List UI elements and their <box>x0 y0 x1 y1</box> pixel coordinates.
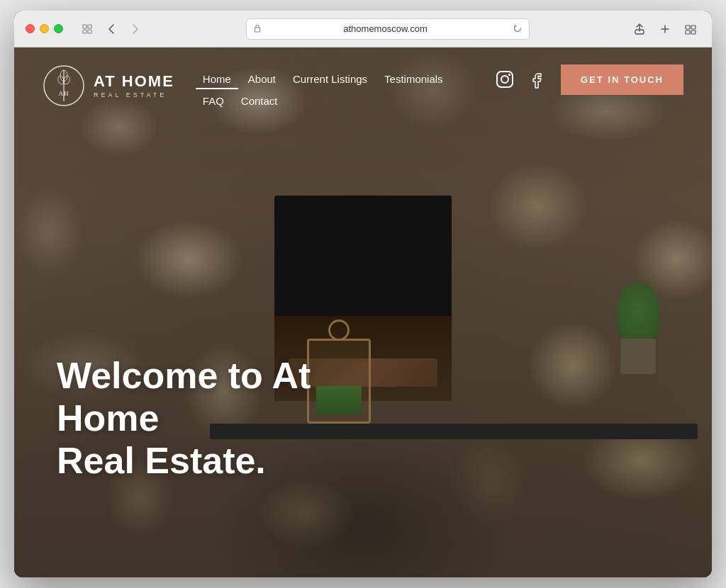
logo-circle: AH <box>43 64 85 107</box>
social-links <box>496 64 544 93</box>
hero-line-1: Welcome to At Home <box>57 355 311 439</box>
svg-rect-16 <box>497 72 513 87</box>
browser-navigation <box>77 19 145 39</box>
svg-rect-1 <box>88 25 91 28</box>
website-content: AH AT HOME REAL ESTATE Home About Curren… <box>14 47 712 577</box>
tab-overview-button[interactable] <box>681 19 700 39</box>
share-button[interactable] <box>630 19 649 39</box>
svg-rect-3 <box>88 30 91 33</box>
svg-rect-6 <box>686 26 690 29</box>
minimize-button[interactable] <box>40 24 49 33</box>
facebook-link[interactable] <box>528 70 544 93</box>
svg-rect-2 <box>83 30 86 33</box>
nav-faq[interactable]: FAQ <box>196 92 231 110</box>
hero-content: Welcome to At Home Real Estate. <box>57 355 354 482</box>
new-tab-button[interactable] <box>655 19 675 39</box>
cta-button[interactable]: GET IN TOUCH <box>561 64 683 95</box>
nav-row-2: FAQ Contact <box>196 92 394 110</box>
url-text: athomemoscow.com <box>265 23 506 34</box>
logo-main-text: AT HOME <box>94 74 174 89</box>
nav-contact[interactable]: Contact <box>234 92 285 110</box>
svg-rect-0 <box>83 25 86 28</box>
window-tiles-icon[interactable] <box>77 19 97 39</box>
maximize-button[interactable] <box>54 24 63 33</box>
browser-chrome: athomemoscow.com <box>14 11 712 47</box>
svg-rect-4 <box>255 28 259 32</box>
instagram-link[interactable] <box>496 70 514 93</box>
lock-icon <box>254 24 261 34</box>
svg-rect-8 <box>686 30 690 34</box>
forward-button[interactable] <box>125 19 145 39</box>
browser-actions <box>630 19 700 39</box>
close-button[interactable] <box>26 24 35 33</box>
nav-about[interactable]: About <box>241 70 283 89</box>
svg-point-17 <box>501 76 508 83</box>
address-bar[interactable]: athomemoscow.com <box>246 18 530 40</box>
nav-home[interactable]: Home <box>196 70 238 89</box>
logo-text: AT HOME REAL ESTATE <box>94 74 174 98</box>
nav-testimonials[interactable]: Testimonials <box>377 70 450 89</box>
traffic-lights <box>26 24 63 33</box>
hero-line-2: Real Estate. <box>57 440 266 481</box>
nav-links: Home About Current Listings Testimonials… <box>196 64 394 110</box>
plant-decoration <box>620 339 656 374</box>
svg-point-18 <box>508 74 510 76</box>
back-button[interactable] <box>101 19 121 39</box>
nav-row-1: Home About Current Listings Testimonials <box>196 70 394 89</box>
navigation: AH AT HOME REAL ESTATE Home About Curren… <box>14 47 712 110</box>
logo-area[interactable]: AH AT HOME REAL ESTATE <box>43 64 174 107</box>
hero-title: Welcome to At Home Real Estate. <box>57 355 354 482</box>
refresh-button[interactable] <box>513 23 522 35</box>
svg-rect-7 <box>691 26 696 29</box>
nav-listings[interactable]: Current Listings <box>286 70 374 89</box>
browser-window: athomemoscow.com <box>14 11 712 577</box>
logo-sub-text: REAL ESTATE <box>94 91 174 98</box>
svg-text:AH: AH <box>59 90 69 97</box>
svg-rect-9 <box>691 30 696 34</box>
